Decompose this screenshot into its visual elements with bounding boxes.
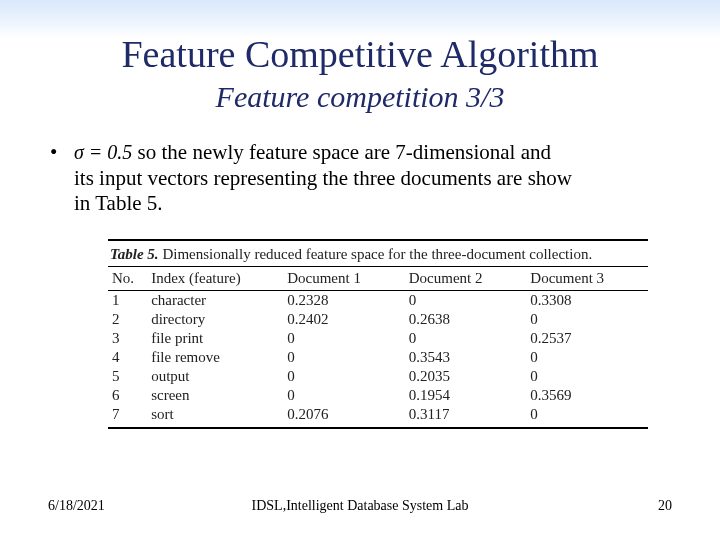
cell-d1: 0 xyxy=(283,367,405,386)
slide: Feature Competitive Algorithm Feature co… xyxy=(0,0,720,540)
cell-d3: 0.3308 xyxy=(526,290,648,310)
cell-d2: 0.2035 xyxy=(405,367,527,386)
cell-d1: 0.2402 xyxy=(283,310,405,329)
col-doc3: Document 3 xyxy=(526,266,648,290)
cell-d2: 0.3543 xyxy=(405,348,527,367)
footer-page-number: 20 xyxy=(658,498,672,514)
cell-d3: 0 xyxy=(526,405,648,428)
cell-no: 1 xyxy=(108,290,147,310)
bullet-text-line2: its input vectors representing the three… xyxy=(74,166,672,192)
table-caption-label: Table 5. xyxy=(110,246,159,262)
cell-idx: directory xyxy=(147,310,283,329)
cell-no: 2 xyxy=(108,310,147,329)
slide-title: Feature Competitive Algorithm xyxy=(48,32,672,76)
cell-d3: 0 xyxy=(526,348,648,367)
table-row: 2 directory 0.2402 0.2638 0 xyxy=(108,310,648,329)
col-index: Index (feature) xyxy=(147,266,283,290)
col-doc1: Document 1 xyxy=(283,266,405,290)
cell-d3: 0 xyxy=(526,367,648,386)
col-no: No. xyxy=(108,266,147,290)
cell-d2: 0 xyxy=(405,329,527,348)
cell-idx: file remove xyxy=(147,348,283,367)
table-caption: Table 5. Dimensionally reduced feature s… xyxy=(108,239,648,266)
cell-d2: 0.1954 xyxy=(405,386,527,405)
cell-d1: 0.2328 xyxy=(283,290,405,310)
footer-date: 6/18/2021 xyxy=(48,498,105,514)
cell-d2: 0 xyxy=(405,290,527,310)
cell-no: 7 xyxy=(108,405,147,428)
cell-no: 5 xyxy=(108,367,147,386)
data-table: No. Index (feature) Document 1 Document … xyxy=(108,266,648,429)
bullet-line1-rest: so the newly feature space are 7-dimensi… xyxy=(132,140,551,164)
cell-idx: character xyxy=(147,290,283,310)
cell-d1: 0 xyxy=(283,348,405,367)
slide-body: • σ = 0.5 so the newly feature space are… xyxy=(48,140,672,217)
cell-d3: 0 xyxy=(526,310,648,329)
cell-d2: 0.3117 xyxy=(405,405,527,428)
slide-subtitle: Feature competition 3/3 xyxy=(48,80,672,114)
col-doc2: Document 2 xyxy=(405,266,527,290)
cell-d3: 0.3569 xyxy=(526,386,648,405)
cell-d2: 0.2638 xyxy=(405,310,527,329)
table-5: Table 5. Dimensionally reduced feature s… xyxy=(108,239,648,429)
cell-d1: 0 xyxy=(283,329,405,348)
cell-idx: output xyxy=(147,367,283,386)
slide-footer: 6/18/2021 IDSL,Intelligent Database Syst… xyxy=(48,498,672,514)
table-caption-text: Dimensionally reduced feature space for … xyxy=(159,246,593,262)
table-row: 6 screen 0 0.1954 0.3569 xyxy=(108,386,648,405)
cell-idx: sort xyxy=(147,405,283,428)
bullet-text-line1: σ = 0.5 so the newly feature space are 7… xyxy=(74,140,672,166)
cell-idx: file print xyxy=(147,329,283,348)
cell-d1: 0 xyxy=(283,386,405,405)
bullet-text-line3: in Table 5. xyxy=(74,191,672,217)
table-row: 5 output 0 0.2035 0 xyxy=(108,367,648,386)
cell-d1: 0.2076 xyxy=(283,405,405,428)
table-row: 7 sort 0.2076 0.3117 0 xyxy=(108,405,648,428)
footer-center: IDSL,Intelligent Database System Lab xyxy=(252,498,469,514)
cell-no: 3 xyxy=(108,329,147,348)
sigma-expression: σ = 0.5 xyxy=(74,141,132,163)
table-row: 3 file print 0 0 0.2537 xyxy=(108,329,648,348)
bullet-marker: • xyxy=(48,140,74,165)
cell-no: 4 xyxy=(108,348,147,367)
table-row: 4 file remove 0 0.3543 0 xyxy=(108,348,648,367)
table-row: 1 character 0.2328 0 0.3308 xyxy=(108,290,648,310)
cell-idx: screen xyxy=(147,386,283,405)
bullet-item: • σ = 0.5 so the newly feature space are… xyxy=(48,140,672,166)
cell-d3: 0.2537 xyxy=(526,329,648,348)
cell-no: 6 xyxy=(108,386,147,405)
table-header-row: No. Index (feature) Document 1 Document … xyxy=(108,266,648,290)
